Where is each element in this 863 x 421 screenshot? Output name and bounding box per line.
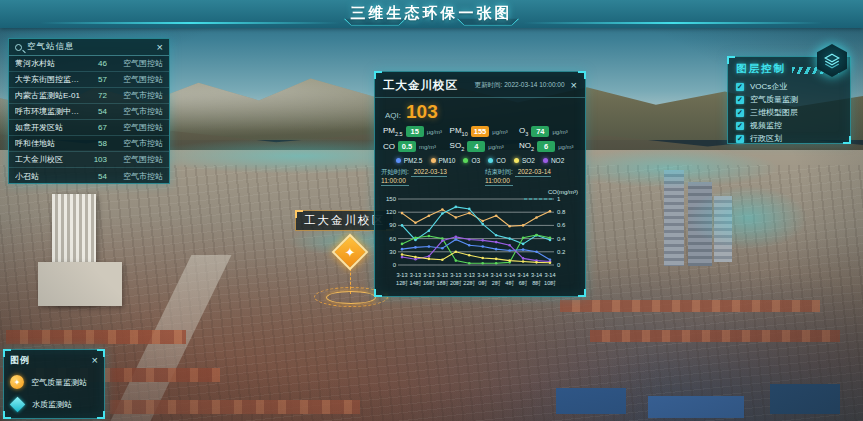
layers-toggle-button[interactable]: [817, 44, 847, 77]
svg-text:3-13: 3-13: [396, 272, 407, 278]
legend-dot: [488, 158, 493, 163]
legend-header: 图例 ×: [4, 350, 104, 369]
pollutant-metric: NO26μg/m³: [519, 141, 577, 152]
station-type: 空气国控站: [111, 122, 163, 133]
pollutant-name: PM10: [450, 126, 468, 137]
pollutant-metric: PM10155μg/m³: [450, 126, 519, 137]
layer-checkbox-item[interactable]: ✓空气质量监测: [736, 93, 842, 106]
svg-text:3-14: 3-14: [544, 272, 555, 278]
checkbox-checked-icon[interactable]: ✓: [736, 83, 744, 91]
checkbox-checked-icon[interactable]: ✓: [736, 122, 744, 130]
svg-text:20时: 20时: [450, 280, 462, 286]
svg-text:3-14: 3-14: [531, 272, 542, 278]
checkbox-checked-icon[interactable]: ✓: [736, 96, 744, 104]
legend-entry[interactable]: O3: [463, 157, 480, 164]
layers-icon: [817, 44, 847, 77]
pollutant-metric: SO24μg/m³: [450, 141, 519, 152]
station-row[interactable]: 工大金川校区103空气国控站: [9, 152, 169, 168]
checkbox-checked-icon[interactable]: ✓: [736, 135, 744, 143]
station-row[interactable]: 小召站54空气市控站: [9, 168, 169, 184]
layer-list: ✓VOCs企业✓空气质量监测✓三维模型图层✓视频监控✓行政区划: [728, 79, 850, 146]
legend-dot: [396, 158, 401, 163]
station-detail-popup: 工大金川校区 更新时间: 2022-03-14 10:00:00 × AQI: …: [374, 71, 586, 297]
station-row[interactable]: 大学东街国控监测点57空气国控站: [9, 72, 169, 88]
station-name: 内蒙古监测站E-01: [15, 90, 83, 101]
station-row[interactable]: 内蒙古监测站E-0172空气市控站: [9, 88, 169, 104]
station-row[interactable]: 呼和佳地站58空气市控站: [9, 136, 169, 152]
popup-header: 工大金川校区 更新时间: 2022-03-14 10:00:00 ×: [375, 72, 585, 98]
legend-label: O3: [471, 157, 480, 164]
station-row[interactable]: 黄河水村站46空气国控站: [9, 56, 169, 72]
legend-item-label: 空气质量监测站: [31, 377, 87, 388]
station-aqi-value: 67: [87, 123, 107, 132]
close-icon[interactable]: ×: [571, 80, 577, 91]
svg-text:CO(mg/m³): CO(mg/m³): [548, 189, 578, 195]
svg-text:30: 30: [389, 249, 396, 255]
legend-entry[interactable]: NO2: [543, 157, 564, 164]
apartment-row-1: [6, 330, 186, 344]
svg-text:0: 0: [393, 262, 397, 268]
station-type: 空气市控站: [111, 171, 163, 182]
station-aqi-value: 54: [87, 172, 107, 181]
popup-title: 工大金川校区: [383, 78, 458, 93]
legend-entry[interactable]: PM10: [431, 157, 456, 164]
pollutant-unit: μg/m³: [488, 144, 503, 150]
station-type: 空气市控站: [111, 106, 163, 117]
pollutant-metrics: PM2.515μg/m³PM10155μg/m³O374μg/m³CO0.5mg…: [375, 124, 585, 155]
map-legend-panel: 图例 × ✦空气质量监测站水质监测站: [3, 349, 105, 419]
checkbox-checked-icon[interactable]: ✓: [736, 109, 744, 117]
station-row[interactable]: 呼市环境监测中心站54空气市控站: [9, 104, 169, 120]
station-type: 空气国控站: [111, 74, 163, 85]
water-station-icon: [10, 396, 26, 412]
layer-label: 空气质量监测: [750, 94, 798, 105]
svg-text:3-13: 3-13: [450, 272, 461, 278]
pollutant-value-badge: 74: [531, 126, 549, 137]
station-aqi-value: 46: [87, 59, 107, 68]
layer-checkbox-item[interactable]: ✓行政区划: [736, 132, 842, 145]
legend-entry[interactable]: PM2.5: [396, 157, 423, 164]
station-list: 黄河水村站46空气国控站大学东街国控监测点57空气国控站内蒙古监测站E-0172…: [9, 56, 169, 184]
chart-legend: PM2.5PM10O3COSO2NO2: [375, 155, 585, 167]
pollutant-value-badge: 15: [406, 126, 424, 137]
search-icon[interactable]: [15, 44, 22, 51]
layer-panel-title: 图层控制: [736, 62, 786, 76]
station-type: 空气国控站: [111, 154, 163, 165]
svg-text:120: 120: [386, 209, 397, 215]
update-time: 更新时间: 2022-03-14 10:00:00: [464, 81, 565, 90]
layer-checkbox-item[interactable]: ✓VOCs企业: [736, 80, 842, 93]
station-list-panel: 空气站信息 × 黄河水村站46空气国控站大学东街国控监测点57空气国控站内蒙古监…: [8, 38, 170, 184]
svg-text:0.2: 0.2: [557, 249, 566, 255]
svg-text:3-14: 3-14: [517, 272, 528, 278]
legend-label: PM2.5: [404, 157, 423, 164]
svg-text:3-14: 3-14: [491, 272, 502, 278]
legend-label: SO2: [522, 157, 535, 164]
legend-entry[interactable]: SO2: [514, 157, 535, 164]
warehouse-blue-2: [648, 396, 744, 418]
close-icon[interactable]: ×: [157, 42, 163, 53]
svg-text:1: 1: [557, 196, 561, 202]
aqi-label: AQI:: [385, 111, 401, 120]
pollutant-value-badge: 4: [467, 141, 485, 152]
station-name: 工大金川校区: [15, 154, 83, 165]
station-list-title: 空气站信息: [27, 41, 152, 53]
layer-checkbox-item[interactable]: ✓三维模型图层: [736, 106, 842, 119]
legend-label: CO: [496, 157, 506, 164]
building-wing: [38, 262, 122, 306]
station-name: 小召站: [15, 171, 83, 182]
svg-text:0: 0: [557, 262, 561, 268]
layer-label: VOCs企业: [750, 81, 787, 92]
pollutant-name: PM2.5: [383, 126, 403, 137]
svg-text:3-13: 3-13: [423, 272, 434, 278]
apartment-row-5: [590, 330, 840, 342]
layer-checkbox-item[interactable]: ✓视频监控: [736, 119, 842, 132]
legend-entry[interactable]: CO: [488, 157, 506, 164]
building-tower-1: [664, 170, 684, 266]
svg-text:60: 60: [389, 236, 396, 242]
legend-dot: [463, 158, 468, 163]
marker-halo-inner: [326, 291, 376, 304]
station-row[interactable]: 如意开发区站67空气国控站: [9, 120, 169, 136]
pollutant-value-badge: 0.5: [398, 141, 416, 152]
station-type: 空气市控站: [111, 90, 163, 101]
svg-text:3-13: 3-13: [464, 272, 475, 278]
air-station-icon: ✦: [10, 375, 24, 389]
